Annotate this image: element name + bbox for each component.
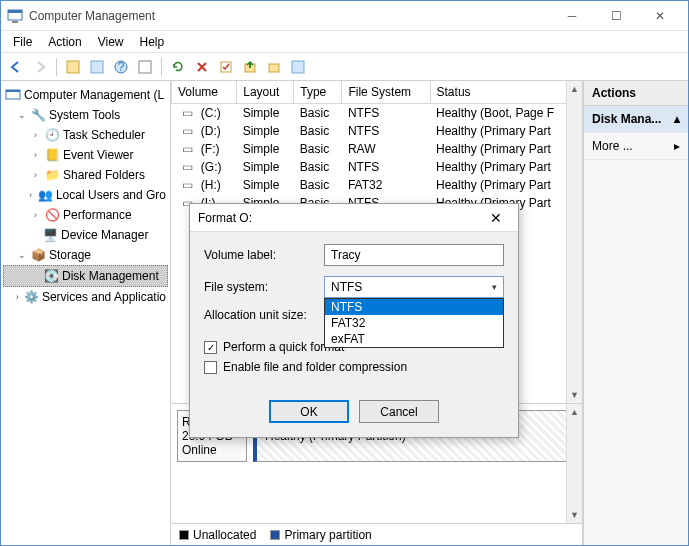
menu-file[interactable]: File — [5, 33, 40, 51]
menu-help[interactable]: Help — [132, 33, 173, 51]
svg-text:?: ? — [118, 60, 125, 74]
ok-button[interactable]: OK — [269, 400, 349, 423]
maximize-button[interactable]: ☐ — [594, 2, 638, 30]
toolbar-icon[interactable] — [215, 56, 237, 78]
table-row[interactable]: ▭ (C:)SimpleBasicNTFSHealthy (Boot, Page… — [172, 104, 582, 123]
tree-perf[interactable]: ›🚫Performance — [3, 205, 168, 225]
table-row[interactable]: ▭ (H:)SimpleBasicFAT32Healthy (Primary P… — [172, 176, 582, 194]
svg-rect-13 — [6, 90, 20, 92]
tree-scheduler[interactable]: ›🕘Task Scheduler — [3, 125, 168, 145]
forward-button[interactable] — [29, 56, 51, 78]
svg-rect-7 — [139, 61, 151, 73]
close-button[interactable]: ✕ — [638, 2, 682, 30]
expand-icon[interactable]: › — [30, 130, 41, 141]
col-type[interactable]: Type — [294, 81, 342, 104]
menubar: File Action View Help — [1, 31, 688, 53]
filesystem-select[interactable]: NTFS ▾ NTFS FAT32 exFAT — [324, 276, 504, 298]
checkbox-icon: ✓ — [204, 341, 217, 354]
svg-rect-11 — [292, 61, 304, 73]
dropdown-option[interactable]: exFAT — [325, 331, 503, 347]
tree-devmgr[interactable]: 🖥️Device Manager — [3, 225, 168, 245]
tree-eventviewer[interactable]: ›📒Event Viewer — [3, 145, 168, 165]
expand-icon[interactable]: › — [26, 190, 35, 201]
collapse-icon[interactable]: ⌄ — [16, 110, 27, 121]
svg-rect-2 — [12, 21, 18, 23]
actions-header: Actions — [584, 81, 688, 106]
expand-icon[interactable]: › — [13, 292, 20, 303]
tree-diskmgmt[interactable]: 💽Disk Management — [3, 265, 168, 287]
minimize-button[interactable]: ─ — [550, 2, 594, 30]
chevron-down-icon: ▾ — [492, 282, 497, 292]
table-row[interactable]: ▭ (F:)SimpleBasicRAWHealthy (Primary Par… — [172, 140, 582, 158]
tree-storage[interactable]: ⌄📦Storage — [3, 245, 168, 265]
collapse-icon: ▴ — [674, 112, 680, 126]
expand-icon: ▸ — [674, 139, 680, 153]
volume-label-label: Volume label: — [204, 248, 324, 262]
expand-icon[interactable]: › — [30, 210, 41, 221]
dropdown-option[interactable]: FAT32 — [325, 315, 503, 331]
actions-pane: Actions Disk Mana...▴ More ...▸ — [583, 81, 688, 545]
legend: Unallocated Primary partition — [171, 523, 582, 545]
dropdown-option[interactable]: NTFS — [325, 299, 503, 315]
svg-rect-4 — [91, 61, 103, 73]
drive-icon: ▭ — [178, 160, 198, 174]
expand-icon[interactable]: › — [30, 150, 41, 161]
tree-root[interactable]: Computer Management (L — [3, 85, 168, 105]
toolbar-icon[interactable] — [86, 56, 108, 78]
tree-services[interactable]: ›⚙️Services and Applicatio — [3, 287, 168, 307]
toolbar-icon[interactable] — [263, 56, 285, 78]
window-title: Computer Management — [29, 9, 550, 23]
svg-rect-1 — [8, 10, 22, 13]
tree-pane: Computer Management (L ⌄🔧System Tools ›🕘… — [1, 81, 171, 545]
volume-label-input[interactable] — [324, 244, 504, 266]
svg-rect-3 — [67, 61, 79, 73]
dialog-close-button[interactable]: ✕ — [482, 210, 510, 226]
drive-icon: ▭ — [178, 106, 198, 120]
menu-action[interactable]: Action — [40, 33, 89, 51]
collapse-icon[interactable]: ⌄ — [16, 250, 27, 261]
compression-checkbox[interactable]: Enable file and folder compression — [204, 360, 504, 374]
help-icon[interactable]: ? — [110, 56, 132, 78]
toolbar-icon[interactable] — [239, 56, 261, 78]
filesystem-dropdown: NTFS FAT32 exFAT — [324, 298, 504, 348]
toolbar-icon[interactable] — [62, 56, 84, 78]
back-button[interactable] — [5, 56, 27, 78]
refresh-icon[interactable] — [167, 56, 189, 78]
app-icon — [7, 8, 23, 24]
allocation-label: Allocation unit size: — [204, 308, 324, 322]
delete-icon[interactable] — [191, 56, 213, 78]
drive-icon: ▭ — [178, 142, 198, 156]
col-layout[interactable]: Layout — [237, 81, 294, 104]
cancel-button[interactable]: Cancel — [359, 400, 439, 423]
actions-diskmgmt[interactable]: Disk Mana...▴ — [584, 106, 688, 133]
col-volume[interactable]: Volume — [172, 81, 237, 104]
titlebar: Computer Management ─ ☐ ✕ — [1, 1, 688, 31]
toolbar-icon[interactable] — [287, 56, 309, 78]
col-status[interactable]: Status — [430, 81, 581, 104]
dialog-title: Format O: — [198, 211, 482, 225]
tree-shared[interactable]: ›📁Shared Folders — [3, 165, 168, 185]
format-dialog: Format O: ✕ Volume label: File system: N… — [189, 203, 519, 438]
table-row[interactable]: ▭ (D:)SimpleBasicNTFSHealthy (Primary Pa… — [172, 122, 582, 140]
scrollbar[interactable]: ▲▼ — [566, 81, 582, 403]
scrollbar[interactable]: ▲▼ — [566, 404, 582, 523]
toolbar: ? — [1, 53, 688, 81]
table-row[interactable]: ▭ (G:)SimpleBasicNTFSHealthy (Primary Pa… — [172, 158, 582, 176]
actions-more[interactable]: More ...▸ — [584, 133, 688, 160]
expand-icon[interactable]: › — [30, 170, 41, 181]
drive-icon: ▭ — [178, 124, 198, 138]
filesystem-label: File system: — [204, 280, 324, 294]
drive-icon: ▭ — [178, 178, 198, 192]
col-fs[interactable]: File System — [342, 81, 430, 104]
menu-view[interactable]: View — [90, 33, 132, 51]
tree-users[interactable]: ›👥Local Users and Gro — [3, 185, 168, 205]
checkbox-icon — [204, 361, 217, 374]
svg-rect-10 — [269, 64, 279, 72]
toolbar-icon[interactable] — [134, 56, 156, 78]
tree-systools[interactable]: ⌄🔧System Tools — [3, 105, 168, 125]
